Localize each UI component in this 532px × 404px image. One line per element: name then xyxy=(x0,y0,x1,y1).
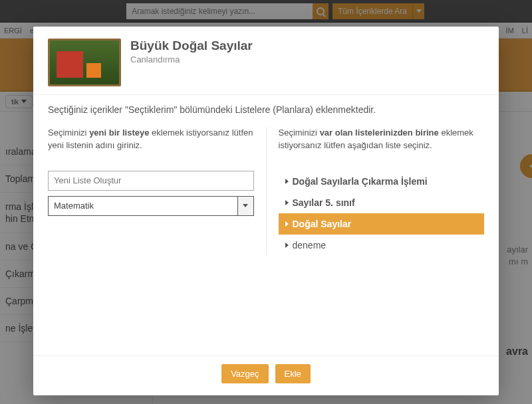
caret-right-icon xyxy=(285,221,289,227)
modal-footer: Vazgeç Ekle xyxy=(33,355,499,395)
thumbnail xyxy=(48,39,121,86)
existing-lists: Doğal Sayılarla Çıkarma İşlemi Sayılar 5… xyxy=(279,171,485,256)
modal-intro: Seçtiğiniz içerikler "Seçtiklerim" bölüm… xyxy=(48,104,484,115)
list-item[interactable]: Sayılar 5. sınıf xyxy=(279,192,485,213)
caret-right-icon xyxy=(285,179,289,184)
caret-right-icon xyxy=(285,243,289,248)
modal: Büyük Doğal Sayılar Canlandırma Seçtiğin… xyxy=(33,27,499,395)
new-list-input[interactable] xyxy=(48,171,254,191)
existing-list-message: Seçiminizi var olan listelerinizden biri… xyxy=(279,127,485,152)
existing-list-column: Seçiminizi var olan listelerinizden biri… xyxy=(267,127,485,256)
modal-overlay: Büyük Doğal Sayılar Canlandırma Seçtiğin… xyxy=(0,0,532,404)
subject-select[interactable]: Matematik xyxy=(48,196,254,216)
add-button[interactable]: Ekle xyxy=(275,364,311,383)
new-list-message: Seçiminizi yeni bir listeye eklemek isti… xyxy=(48,127,254,152)
list-item[interactable]: deneme xyxy=(279,235,485,256)
list-item-selected[interactable]: Doğal Sayılar xyxy=(279,213,485,235)
new-list-column: Seçiminizi yeni bir listeye eklemek isti… xyxy=(48,127,267,256)
chevron-down-icon xyxy=(237,197,253,215)
list-item[interactable]: Doğal Sayılarla Çıkarma İşlemi xyxy=(279,171,485,192)
modal-subtitle: Canlandırma xyxy=(130,54,253,64)
modal-title: Büyük Doğal Sayılar xyxy=(130,39,253,53)
modal-body: Seçtiğiniz içerikler "Seçtiklerim" bölüm… xyxy=(33,95,499,355)
cancel-button[interactable]: Vazgeç xyxy=(221,364,268,383)
modal-header: Büyük Doğal Sayılar Canlandırma xyxy=(33,27,499,95)
caret-right-icon xyxy=(285,200,289,205)
